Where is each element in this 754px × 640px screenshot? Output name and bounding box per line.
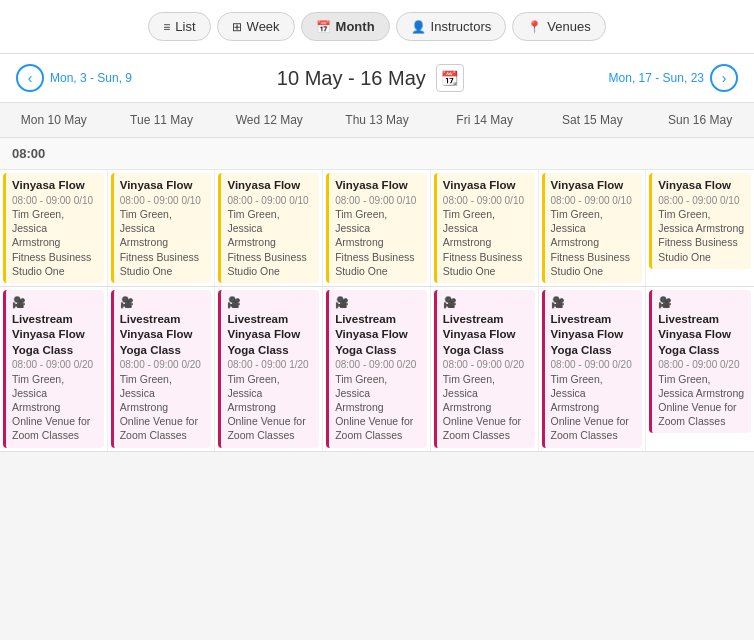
- event-cell-ls-2: 🎥 Livestream Vinyasa Flow Yoga Class 08:…: [215, 287, 323, 451]
- vinyasa-row: Vinyasa Flow 08:00 - 09:00 0/10 Tim Gree…: [0, 170, 754, 287]
- event-title-1: Vinyasa Flow: [120, 178, 206, 194]
- day-header-3: Thu 13 May: [323, 103, 431, 137]
- week-icon: ⊞: [232, 20, 242, 34]
- vinyasa-event-3[interactable]: Vinyasa Flow 08:00 - 09:00 0/10 Tim Gree…: [326, 173, 427, 283]
- nav-list-label: List: [175, 19, 195, 34]
- event-instructor-2: Tim Green, Jessica Armstrong: [227, 207, 313, 250]
- livestream-event-3[interactable]: 🎥 Livestream Vinyasa Flow Yoga Class 08:…: [326, 290, 427, 448]
- time-slot-label: 08:00: [12, 146, 45, 161]
- ls-instructor-3: Tim Green, Jessica Armstrong: [335, 372, 421, 415]
- ls-title-4: Livestream Vinyasa Flow Yoga Class: [443, 312, 529, 359]
- time-slot-0800: 08:00: [0, 138, 754, 170]
- event-cell-vinyasa-6: Vinyasa Flow 08:00 - 09:00 0/10 Tim Gree…: [646, 170, 754, 286]
- livestream-icon-3: 🎥: [335, 295, 421, 310]
- week-title: 10 May - 16 May 📆: [277, 64, 464, 92]
- vinyasa-event-2[interactable]: Vinyasa Flow 08:00 - 09:00 0/10 Tim Gree…: [218, 173, 319, 283]
- livestream-event-5[interactable]: 🎥 Livestream Vinyasa Flow Yoga Class 08:…: [542, 290, 643, 448]
- week-title-text: 10 May - 16 May: [277, 67, 426, 90]
- event-venue-2: Fitness Business Studio One: [227, 250, 313, 278]
- nav-venues-label: Venues: [547, 19, 590, 34]
- event-time-3: 08:00 - 09:00 0/10: [335, 194, 421, 208]
- vinyasa-event-4[interactable]: Vinyasa Flow 08:00 - 09:00 0/10 Tim Gree…: [434, 173, 535, 283]
- event-title-4: Vinyasa Flow: [443, 178, 529, 194]
- next-week-label: Mon, 17 - Sun, 23: [609, 71, 704, 85]
- ls-time-3: 08:00 - 09:00 0/20: [335, 358, 421, 372]
- nav-week-btn[interactable]: ⊞ Week: [217, 12, 295, 41]
- day-headers-row: Mon 10 May Tue 11 May Wed 12 May Thu 13 …: [0, 103, 754, 138]
- ls-instructor-0: Tim Green, Jessica Armstrong: [12, 372, 98, 415]
- livestream-icon-2: 🎥: [227, 295, 313, 310]
- event-cell-vinyasa-5: Vinyasa Flow 08:00 - 09:00 0/10 Tim Gree…: [539, 170, 647, 286]
- nav-month-label: Month: [336, 19, 375, 34]
- event-cell-ls-5: 🎥 Livestream Vinyasa Flow Yoga Class 08:…: [539, 287, 647, 451]
- event-cell-ls-1: 🎥 Livestream Vinyasa Flow Yoga Class 08:…: [108, 287, 216, 451]
- day-header-0: Mon 10 May: [0, 103, 108, 137]
- ls-title-6: Livestream Vinyasa Flow Yoga Class: [658, 312, 745, 359]
- nav-month-btn[interactable]: 📅 Month: [301, 12, 390, 41]
- next-week-btn[interactable]: ›: [710, 64, 738, 92]
- schedule-scroll-area[interactable]: 08:00 Vinyasa Flow 08:00 - 09:00 0/10 Ti…: [0, 138, 754, 452]
- ls-title-0: Livestream Vinyasa Flow Yoga Class: [12, 312, 98, 359]
- livestream-event-4[interactable]: 🎥 Livestream Vinyasa Flow Yoga Class 08:…: [434, 290, 535, 448]
- event-venue-5: Fitness Business Studio One: [551, 250, 637, 278]
- event-instructor-1: Tim Green, Jessica Armstrong: [120, 207, 206, 250]
- prev-week-nav[interactable]: ‹ Mon, 3 - Sun, 9: [16, 64, 132, 92]
- livestream-row: 🎥 Livestream Vinyasa Flow Yoga Class 08:…: [0, 287, 754, 452]
- livestream-event-2[interactable]: 🎥 Livestream Vinyasa Flow Yoga Class 08:…: [218, 290, 319, 448]
- ls-venue-0: Online Venue for Zoom Classes: [12, 414, 98, 442]
- day-header-6: Sun 16 May: [646, 103, 754, 137]
- event-cell-ls-4: 🎥 Livestream Vinyasa Flow Yoga Class 08:…: [431, 287, 539, 451]
- nav-list-btn[interactable]: ≡ List: [148, 12, 210, 41]
- livestream-icon-6: 🎥: [658, 295, 745, 310]
- ls-time-6: 08:00 - 09:00 0/20: [658, 358, 745, 372]
- livestream-icon-0: 🎥: [12, 295, 98, 310]
- prev-week-btn[interactable]: ‹: [16, 64, 44, 92]
- next-week-nav[interactable]: Mon, 17 - Sun, 23 ›: [609, 64, 738, 92]
- event-venue-0: Fitness Business Studio One: [12, 250, 98, 278]
- livestream-icon-5: 🎥: [551, 295, 637, 310]
- vinyasa-event-6[interactable]: Vinyasa Flow 08:00 - 09:00 0/10 Tim Gree…: [649, 173, 751, 269]
- ls-title-5: Livestream Vinyasa Flow Yoga Class: [551, 312, 637, 359]
- ls-instructor-2: Tim Green, Jessica Armstrong: [227, 372, 313, 415]
- ls-title-1: Livestream Vinyasa Flow Yoga Class: [120, 312, 206, 359]
- vinyasa-event-1[interactable]: Vinyasa Flow 08:00 - 09:00 0/10 Tim Gree…: [111, 173, 212, 283]
- list-icon: ≡: [163, 20, 170, 34]
- prev-week-label: Mon, 3 - Sun, 9: [50, 71, 132, 85]
- event-venue-4: Fitness Business Studio One: [443, 250, 529, 278]
- event-title-3: Vinyasa Flow: [335, 178, 421, 194]
- event-instructor-0: Tim Green, Jessica Armstrong: [12, 207, 98, 250]
- event-time-6: 08:00 - 09:00 0/10: [658, 194, 745, 208]
- nav-instructors-btn[interactable]: 👤 Instructors: [396, 12, 507, 41]
- livestream-icon-1: 🎥: [120, 295, 206, 310]
- venues-icon: 📍: [527, 20, 542, 34]
- event-time-5: 08:00 - 09:00 0/10: [551, 194, 637, 208]
- event-cell-ls-6: 🎥 Livestream Vinyasa Flow Yoga Class 08:…: [646, 287, 754, 451]
- ls-instructor-1: Tim Green, Jessica Armstrong: [120, 372, 206, 415]
- event-cell-ls-0: 🎥 Livestream Vinyasa Flow Yoga Class 08:…: [0, 287, 108, 451]
- event-cell-vinyasa-4: Vinyasa Flow 08:00 - 09:00 0/10 Tim Gree…: [431, 170, 539, 286]
- ls-instructor-4: Tim Green, Jessica Armstrong: [443, 372, 529, 415]
- event-instructor-6: Tim Green, Jessica Armstrong: [658, 207, 745, 235]
- event-title-2: Vinyasa Flow: [227, 178, 313, 194]
- ls-venue-2: Online Venue for Zoom Classes: [227, 414, 313, 442]
- week-header: ‹ Mon, 3 - Sun, 9 10 May - 16 May 📆 Mon,…: [0, 54, 754, 103]
- event-venue-1: Fitness Business Studio One: [120, 250, 206, 278]
- nav-venues-btn[interactable]: 📍 Venues: [512, 12, 605, 41]
- event-venue-3: Fitness Business Studio One: [335, 250, 421, 278]
- event-cell-vinyasa-2: Vinyasa Flow 08:00 - 09:00 0/10 Tim Gree…: [215, 170, 323, 286]
- event-cell-vinyasa-0: Vinyasa Flow 08:00 - 09:00 0/10 Tim Gree…: [0, 170, 108, 286]
- event-title-6: Vinyasa Flow: [658, 178, 745, 194]
- livestream-event-0[interactable]: 🎥 Livestream Vinyasa Flow Yoga Class 08:…: [3, 290, 104, 448]
- ls-time-2: 08:00 - 09:00 1/20: [227, 358, 313, 372]
- vinyasa-event-5[interactable]: Vinyasa Flow 08:00 - 09:00 0/10 Tim Gree…: [542, 173, 643, 283]
- livestream-event-6[interactable]: 🎥 Livestream Vinyasa Flow Yoga Class 08:…: [649, 290, 751, 434]
- ls-venue-1: Online Venue for Zoom Classes: [120, 414, 206, 442]
- ls-venue-4: Online Venue for Zoom Classes: [443, 414, 529, 442]
- event-title-0: Vinyasa Flow: [12, 178, 98, 194]
- livestream-event-1[interactable]: 🎥 Livestream Vinyasa Flow Yoga Class 08:…: [111, 290, 212, 448]
- ls-instructor-5: Tim Green, Jessica Armstrong: [551, 372, 637, 415]
- calendar-picker-btn[interactable]: 📆: [436, 64, 464, 92]
- vinyasa-event-0[interactable]: Vinyasa Flow 08:00 - 09:00 0/10 Tim Gree…: [3, 173, 104, 283]
- ls-venue-6: Online Venue for Zoom Classes: [658, 400, 745, 428]
- nav-week-label: Week: [247, 19, 280, 34]
